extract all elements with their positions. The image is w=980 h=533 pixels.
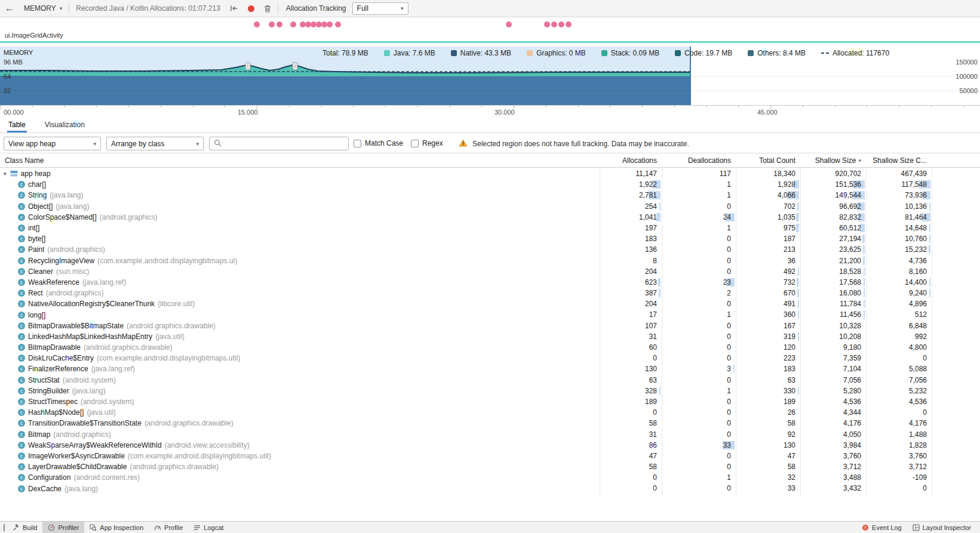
cell-total: 92 (736, 429, 800, 440)
match-case-checkbox[interactable]: Match Case (354, 139, 403, 147)
tab-table[interactable]: Table (7, 118, 27, 133)
cell-change: 1,828 (866, 440, 932, 451)
statusbar-layout-inspector[interactable]: Layout Inspector (907, 522, 976, 533)
class-icon: c (18, 203, 25, 210)
class-package: (java.lang.ref) (82, 278, 126, 286)
table-row[interactable]: cStructStat(android.system)630637,0567,0… (0, 375, 980, 386)
cell-dealloc: 0 (662, 266, 736, 277)
column-header-shallow-size[interactable]: Shallow Size▾ (800, 153, 866, 167)
table-row[interactable]: cDiskLruCache$Entry(com.example.android.… (0, 353, 980, 363)
table-row[interactable]: cBitmapDrawable(android.graphics.drawabl… (0, 342, 980, 353)
regex-checkbox[interactable]: Regex (411, 139, 443, 147)
table-row[interactable]: cWeakReference(java.lang.ref)6232373217,… (0, 277, 980, 288)
chevron-down-icon: ▾ (60, 5, 63, 11)
cell-change: 10,136 (866, 201, 932, 212)
cell-value: 4,536 (909, 398, 927, 406)
table-row[interactable]: cConfiguration(android.content.res)01323… (0, 472, 980, 483)
table-row[interactable]: cNativeAllocationRegistry$CleanerThunk(l… (0, 298, 980, 309)
cell-shallow: 7,104 (800, 363, 866, 374)
statusbar-event-log[interactable]: Event Log (856, 522, 907, 533)
cell-value: 4,176 (843, 419, 861, 427)
delete-recording-icon[interactable] (264, 5, 271, 13)
class-name-cell: cLayerDrawable$ChildDrawable(android.gra… (0, 461, 600, 472)
table-row[interactable]: cObject[](java.lang)254070296,69210,136 (0, 201, 980, 212)
column-header-deallocations[interactable]: Deallocations (662, 153, 736, 167)
cell-shallow: 10,328 (800, 321, 866, 331)
table-row[interactable]: cDexCache(java.lang)00333,4320 (0, 483, 980, 494)
cell-value: 3,712 (843, 463, 861, 471)
table-row[interactable]: cWeakSparseArray$WeakReferenceWithId(and… (0, 440, 980, 451)
allocation-tracking-select[interactable]: Full ▾ (352, 2, 408, 15)
table-row[interactable]: cBitmap(android.graphics)310924,0501,488 (0, 429, 980, 440)
column-header-label: Total Count (759, 156, 795, 165)
table-row[interactable]: cTransitionDrawable$TransitionState(andr… (0, 418, 980, 429)
statusbar-profiler[interactable]: Profiler (42, 522, 84, 533)
class-package: (java.lang) (72, 387, 106, 395)
column-header-total-count[interactable]: Total Count (736, 153, 800, 167)
cell-dealloc: 23 (662, 277, 736, 288)
table-row[interactable]: cbyte[]183018727,19410,760 (0, 233, 980, 244)
table-row[interactable]: clong[]17136011,456512 (0, 309, 980, 320)
cell-value: 702 (784, 202, 795, 211)
cell-change: 117,548 (866, 179, 932, 190)
axis-tick (64, 106, 65, 107)
search-input[interactable] (209, 137, 349, 150)
cell-value: 197 (645, 224, 657, 232)
table-row[interactable]: cCleaner(sun.misc)204049218,5288,160 (0, 266, 980, 277)
expand-toggle-icon[interactable]: ▾ (4, 171, 7, 177)
table-row[interactable]: cLinkedHashMap$LinkedHashMapEntry(java.u… (0, 331, 980, 342)
record-indicator-icon[interactable] (248, 5, 254, 12)
axis-time-label: 45.000 (757, 109, 778, 116)
table-row[interactable]: cBitmapDrawable$BitmapState(android.grap… (0, 321, 980, 331)
class-package: (java.lang.ref) (91, 365, 135, 373)
table-row[interactable]: cRect(android.graphics)387267016,0809,24… (0, 288, 980, 298)
column-header-allocations[interactable]: Allocations (600, 153, 662, 167)
statusbar-logcat[interactable]: Logcat (188, 522, 229, 533)
match-case-label: Match Case (365, 139, 403, 147)
axis-tick (417, 106, 418, 107)
tracking-warning: Selected region does not have full track… (459, 139, 689, 149)
tab-visualization[interactable]: Visualization (44, 118, 86, 133)
class-name: NativeAllocationRegistry$CleanerThunk (28, 300, 155, 308)
cell-value: 24 (723, 213, 731, 221)
table-row[interactable]: cString(java.lang)2,78114,066149,54473,9… (0, 190, 980, 201)
table-row[interactable]: cPaint(android.graphics)136021323,62515,… (0, 244, 980, 255)
allocation-table: ▾app heap11,14711718,340920,702467,439cc… (0, 168, 980, 495)
sort-desc-icon: ▾ (858, 158, 861, 164)
statusbar-profile[interactable]: Profile (149, 522, 188, 533)
checkbox-box[interactable] (354, 140, 361, 147)
table-row[interactable]: cint[]197197560,51214,648 (0, 223, 980, 233)
session-selector[interactable]: MEMORY ▾ (24, 4, 62, 13)
chevron-down-icon: ▾ (401, 5, 404, 11)
class-name-cell: cRecyclingImageView(com.example.android.… (0, 255, 600, 266)
class-name: TransitionDrawable$TransitionState (28, 419, 142, 427)
cell-shallow: 920,702 (800, 168, 866, 179)
class-name: DexCache (28, 485, 62, 493)
back-button[interactable]: ← (5, 3, 14, 14)
memory-timeline-chart[interactable]: MEMORY Total: 78.9 MBJava: 7.6 MBNative:… (0, 47, 980, 105)
statusbar-build[interactable]: Build (7, 522, 42, 533)
heap-select[interactable]: View app heap ▾ (4, 137, 101, 150)
table-row[interactable]: cStructTimespec(android.system)18901894,… (0, 396, 980, 407)
column-header-class-name[interactable]: Class Name (0, 153, 600, 167)
table-row[interactable]: cStringBuilder(java.lang)32813305,2805,2… (0, 386, 980, 396)
table-row[interactable]: cLayerDrawable$ChildDrawable(android.gra… (0, 461, 980, 472)
cell-dealloc: 0 (662, 407, 736, 418)
table-row[interactable]: cRecyclingImageView(com.example.android.… (0, 255, 980, 266)
cell-change: 8,160 (866, 266, 932, 277)
table-row[interactable]: cColorSpace$Named[](android.graphics)1,0… (0, 212, 980, 223)
cell-dealloc: 1 (662, 309, 736, 320)
jump-to-selection-icon[interactable] (230, 5, 238, 12)
statusbar-app-inspection[interactable]: App Inspection (84, 522, 149, 533)
table-row[interactable]: cImageWorker$AsyncDrawable(com.example.a… (0, 451, 980, 461)
arrange-select[interactable]: Arrange by class ▾ (106, 137, 204, 150)
table-row[interactable]: cHashMap$Node[](java.util)00264,3440 (0, 407, 980, 418)
class-name-cell: cFinalizerReference(java.lang.ref) (0, 363, 600, 374)
checkbox-box[interactable] (411, 140, 419, 147)
table-row[interactable]: cFinalizerReference(java.lang.ref)130318… (0, 363, 980, 374)
cell-value: 16,080 (839, 289, 861, 297)
cell-change: 4,536 (866, 396, 932, 407)
table-row[interactable]: ▾app heap11,14711718,340920,702467,439 (0, 168, 980, 179)
column-header-shallow-size-c[interactable]: Shallow Size C... (866, 153, 932, 167)
table-row[interactable]: cchar[]1,92211,928151,536117,548 (0, 179, 980, 190)
